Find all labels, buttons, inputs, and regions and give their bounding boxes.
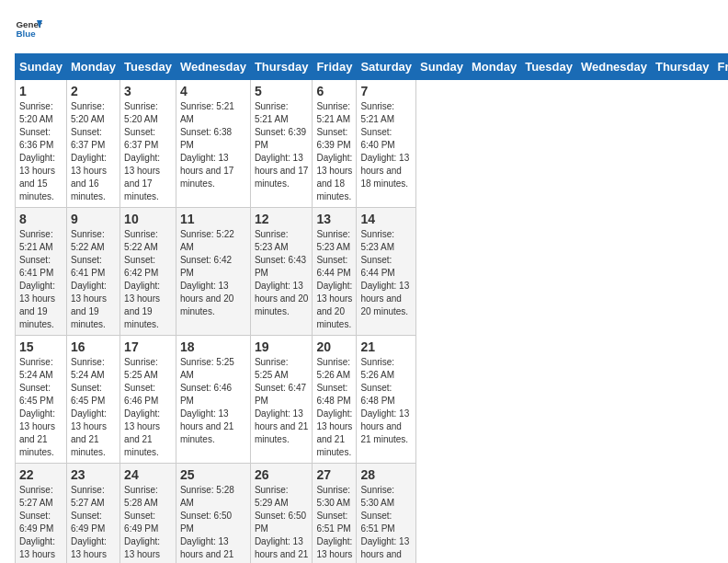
day-info: Sunrise: 5:25 AMSunset: 6:46 PMDaylight:… [180,356,246,446]
header-sunday: Sunday [416,54,468,80]
day-number: 9 [71,212,116,226]
day-number: 7 [360,84,412,98]
calendar-cell: 12 Sunrise: 5:23 AMSunset: 6:43 PMDaylig… [250,208,313,336]
day-number: 25 [180,467,246,482]
day-info: Sunrise: 5:22 AMSunset: 6:42 PMDaylight:… [180,228,246,318]
day-number: 10 [124,212,172,226]
header-monday: Monday [468,54,521,80]
calendar-cell: 20 Sunrise: 5:26 AMSunset: 6:48 PMDaylig… [313,336,357,464]
calendar-cell: 24 Sunrise: 5:28 AMSunset: 6:49 PMDaylig… [120,464,176,564]
day-info: Sunrise: 5:30 AMSunset: 6:51 PMDaylight:… [316,484,352,563]
header-thursday: Thursday [651,54,713,80]
day-number: 14 [360,212,412,226]
day-info: Sunrise: 5:28 AMSunset: 6:49 PMDaylight:… [124,484,172,563]
day-info: Sunrise: 5:27 AMSunset: 6:49 PMDaylight:… [71,484,116,563]
calendar-cell: 1 Sunrise: 5:20 AMSunset: 6:36 PMDayligh… [16,80,67,208]
logo: General Blue [15,15,42,42]
day-info: Sunrise: 5:22 AMSunset: 6:42 PMDaylight:… [124,228,172,331]
header-tuesday: Tuesday [521,54,577,80]
day-info: Sunrise: 5:28 AMSunset: 6:50 PMDaylight:… [180,484,246,563]
calendar-cell: 16 Sunrise: 5:24 AMSunset: 6:45 PMDaylig… [66,336,119,464]
day-number: 20 [316,339,352,354]
day-number: 28 [360,467,412,482]
day-number: 11 [180,212,246,226]
page-header: General Blue [15,15,713,42]
calendar-cell: 13 Sunrise: 5:23 AMSunset: 6:44 PMDaylig… [313,208,357,336]
calendar-header-row: SundayMondayTuesdayWednesdayThursdayFrid… [16,54,729,80]
header-tuesday: Tuesday [120,54,176,80]
day-number: 27 [316,467,352,482]
day-info: Sunrise: 5:27 AMSunset: 6:49 PMDaylight:… [19,484,63,563]
day-number: 16 [71,339,116,354]
day-info: Sunrise: 5:21 AMSunset: 6:41 PMDaylight:… [19,228,63,331]
day-info: Sunrise: 5:23 AMSunset: 6:44 PMDaylight:… [360,228,412,318]
calendar-cell: 17 Sunrise: 5:25 AMSunset: 6:46 PMDaylig… [120,336,176,464]
calendar-cell: 27 Sunrise: 5:30 AMSunset: 6:51 PMDaylig… [313,464,357,564]
calendar-week-1: 8 Sunrise: 5:21 AMSunset: 6:41 PMDayligh… [16,208,729,336]
day-info: Sunrise: 5:21 AMSunset: 6:39 PMDaylight:… [316,100,352,203]
day-number: 12 [255,212,309,226]
day-number: 19 [255,339,309,354]
calendar-cell: 19 Sunrise: 5:25 AMSunset: 6:47 PMDaylig… [250,336,313,464]
calendar-cell: 11 Sunrise: 5:22 AMSunset: 6:42 PMDaylig… [176,208,250,336]
day-number: 13 [316,212,352,226]
day-number: 6 [316,84,352,98]
day-info: Sunrise: 5:23 AMSunset: 6:44 PMDaylight:… [316,228,352,331]
calendar-cell: 21 Sunrise: 5:26 AMSunset: 6:48 PMDaylig… [357,336,416,464]
header-wednesday: Wednesday [176,54,250,80]
calendar-cell: 2 Sunrise: 5:20 AMSunset: 6:37 PMDayligh… [66,80,119,208]
calendar-cell: 28 Sunrise: 5:30 AMSunset: 6:51 PMDaylig… [357,464,416,564]
day-info: Sunrise: 5:30 AMSunset: 6:51 PMDaylight:… [360,484,412,563]
day-number: 21 [360,339,412,354]
day-number: 8 [19,212,63,226]
day-number: 22 [19,467,63,482]
day-number: 18 [180,339,246,354]
day-info: Sunrise: 5:24 AMSunset: 6:45 PMDaylight:… [71,356,116,459]
header-thursday: Thursday [250,54,313,80]
header-monday: Monday [66,54,119,80]
calendar-cell: 4 Sunrise: 5:21 AMSunset: 6:38 PMDayligh… [176,80,250,208]
day-info: Sunrise: 5:25 AMSunset: 6:47 PMDaylight:… [255,356,309,446]
header-friday: Friday [313,54,357,80]
calendar-cell: 8 Sunrise: 5:21 AMSunset: 6:41 PMDayligh… [16,208,67,336]
day-number: 1 [19,84,63,98]
day-number: 2 [71,84,116,98]
day-info: Sunrise: 5:21 AMSunset: 6:40 PMDaylight:… [360,100,412,190]
day-info: Sunrise: 5:25 AMSunset: 6:46 PMDaylight:… [124,356,172,459]
day-info: Sunrise: 5:20 AMSunset: 6:36 PMDaylight:… [19,100,63,203]
header-sunday: Sunday [16,54,67,80]
calendar-cell: 3 Sunrise: 5:20 AMSunset: 6:37 PMDayligh… [120,80,176,208]
calendar-cell: 22 Sunrise: 5:27 AMSunset: 6:49 PMDaylig… [16,464,67,564]
day-info: Sunrise: 5:20 AMSunset: 6:37 PMDaylight:… [71,100,116,203]
calendar-cell: 18 Sunrise: 5:25 AMSunset: 6:46 PMDaylig… [176,336,250,464]
calendar-cell: 9 Sunrise: 5:22 AMSunset: 6:41 PMDayligh… [66,208,119,336]
day-info: Sunrise: 5:26 AMSunset: 6:48 PMDaylight:… [360,356,412,446]
calendar-cell: 7 Sunrise: 5:21 AMSunset: 6:40 PMDayligh… [357,80,416,208]
calendar-week-3: 22 Sunrise: 5:27 AMSunset: 6:49 PMDaylig… [16,464,729,564]
day-info: Sunrise: 5:26 AMSunset: 6:48 PMDaylight:… [316,356,352,459]
day-number: 15 [19,339,63,354]
day-info: Sunrise: 5:21 AMSunset: 6:38 PMDaylight:… [180,100,246,190]
calendar-cell: 25 Sunrise: 5:28 AMSunset: 6:50 PMDaylig… [176,464,250,564]
day-info: Sunrise: 5:24 AMSunset: 6:45 PMDaylight:… [19,356,63,459]
calendar-cell: 6 Sunrise: 5:21 AMSunset: 6:39 PMDayligh… [313,80,357,208]
day-info: Sunrise: 5:20 AMSunset: 6:37 PMDaylight:… [124,100,172,203]
header-saturday: Saturday [357,54,416,80]
calendar-cell: 26 Sunrise: 5:29 AMSunset: 6:50 PMDaylig… [250,464,313,564]
calendar-cell: 14 Sunrise: 5:23 AMSunset: 6:44 PMDaylig… [357,208,416,336]
day-number: 24 [124,467,172,482]
calendar-cell: 15 Sunrise: 5:24 AMSunset: 6:45 PMDaylig… [16,336,67,464]
calendar-week-2: 15 Sunrise: 5:24 AMSunset: 6:45 PMDaylig… [16,336,729,464]
day-number: 26 [255,467,309,482]
day-number: 3 [124,84,172,98]
calendar-cell: 5 Sunrise: 5:21 AMSunset: 6:39 PMDayligh… [250,80,313,208]
day-number: 23 [71,467,116,482]
day-number: 5 [255,84,309,98]
logo-icon: General Blue [15,15,42,42]
calendar-week-0: 1 Sunrise: 5:20 AMSunset: 6:36 PMDayligh… [16,80,729,208]
day-number: 17 [124,339,172,354]
day-info: Sunrise: 5:29 AMSunset: 6:50 PMDaylight:… [255,484,309,563]
calendar-cell: 10 Sunrise: 5:22 AMSunset: 6:42 PMDaylig… [120,208,176,336]
calendar-table: SundayMondayTuesdayWednesdayThursdayFrid… [15,53,728,563]
day-info: Sunrise: 5:21 AMSunset: 6:39 PMDaylight:… [255,100,309,190]
